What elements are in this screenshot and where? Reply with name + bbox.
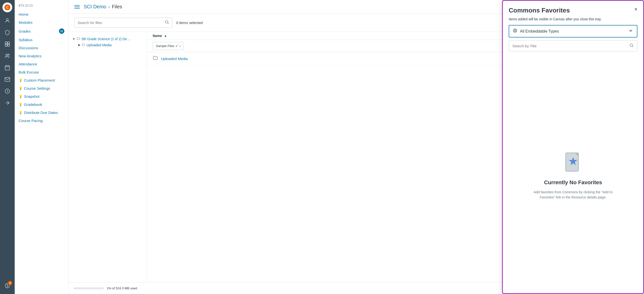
search-box[interactable]: [74, 18, 172, 28]
svg-point-17: [166, 21, 168, 23]
tree-subtree: ▶ Uploaded Media: [72, 42, 143, 48]
sidebar-item-attendance[interactable]: Attendance: [15, 60, 68, 68]
forward-arrow-icon: ›: [179, 44, 180, 48]
svg-rect-4: [8, 42, 10, 44]
sidebar-item-course-settings[interactable]: 💡 Course Settings: [15, 84, 68, 92]
globe-icon: [512, 28, 518, 34]
help-badge: 4: [8, 281, 12, 285]
sidebar-item-bulk-excuse[interactable]: Bulk Excuse: [15, 68, 68, 76]
items-selected-label: 0 items selected: [176, 21, 202, 25]
commons-search-input[interactable]: [512, 44, 629, 48]
svg-text:C: C: [6, 6, 8, 9]
commons-header: Commons Favorites ×: [503, 1, 643, 17]
sidebar-item-gradebook[interactable]: 💡 Gradebook: [15, 100, 68, 108]
storage-label: 1% of 524.3 MB used: [107, 286, 137, 290]
sort-name-label[interactable]: Name: [153, 34, 162, 38]
history-nav-item[interactable]: [2, 86, 13, 96]
shield-nav-item[interactable]: [2, 27, 13, 38]
lightbulb-icon-snapshot: 💡: [18, 95, 22, 98]
dropdown-label: All Embeddable Types: [520, 29, 628, 34]
sidebar-item-discussions[interactable]: Discussions: [15, 44, 68, 52]
storage-fill: [74, 287, 75, 289]
search-icon: [165, 20, 169, 26]
tree-arrow-uploaded: ▶: [78, 43, 80, 47]
lightbulb-icon-distribute: 💡: [18, 111, 22, 114]
svg-point-16: [7, 287, 8, 287]
svg-rect-9: [5, 66, 10, 70]
lightbulb-icon-settings: 💡: [18, 86, 22, 90]
main-content: SCI Demo › Files 0 items selected: [68, 0, 644, 294]
svg-point-8: [8, 54, 9, 55]
commons-close-button[interactable]: ×: [634, 7, 638, 12]
commons-empty-state: Currently No Favorites Add favorites fro…: [503, 57, 643, 293]
search-input[interactable]: [78, 21, 165, 25]
sidebar-item-new-analytics[interactable]: New Analytics: [15, 52, 68, 60]
course-nav-sidebar: BTS 22-23 Home Modules Grades 11 Syllabu…: [15, 0, 68, 294]
tree-arrow-5th: ▼: [72, 38, 75, 40]
empty-state-title: Currently No Favorites: [544, 179, 602, 186]
sidebar-item-course-pacing[interactable]: Course Pacing: [15, 117, 68, 125]
check-icon: ✓: [175, 44, 178, 48]
dashboard-nav-item[interactable]: [2, 39, 13, 50]
sidebar-item-modules[interactable]: Modules: [15, 18, 68, 27]
grades-badge: 11: [59, 28, 64, 34]
account-nav-item[interactable]: [2, 15, 13, 26]
calendar-nav-item[interactable]: [2, 62, 13, 73]
svg-line-18: [168, 23, 168, 24]
commons-subtitle: Items added will be visible in Canvas af…: [503, 17, 643, 25]
svg-line-24: [632, 46, 633, 47]
commons-nav-item[interactable]: [2, 97, 13, 108]
tree-item-5th-grade[interactable]: ▼ 5th Grade Science (1 of 2) De…: [72, 36, 143, 42]
sidebar-item-home[interactable]: Home: [15, 10, 68, 18]
tree-folder-icon-5th: [76, 37, 80, 41]
svg-rect-6: [8, 44, 10, 46]
folder-icon: [153, 55, 158, 62]
sidebar-item-grades[interactable]: Grades 11: [15, 27, 68, 36]
svg-point-28: [571, 159, 572, 160]
svg-point-20: [514, 29, 516, 33]
storage-progress-bar: [74, 287, 104, 289]
tree-label-5th[interactable]: 5th Grade Science (1 of 2) De…: [82, 37, 130, 41]
breadcrumb-parent[interactable]: SCI Demo: [84, 4, 106, 10]
svg-point-23: [630, 44, 633, 47]
global-nav: C: [0, 0, 15, 294]
tree-label-uploaded[interactable]: Uploaded Media: [86, 43, 112, 47]
breadcrumb-current: Files: [112, 4, 122, 10]
commons-type-dropdown[interactable]: All Embeddable Types: [509, 25, 638, 38]
action-btn-label: Sample Files: [156, 44, 174, 48]
file-item-uploaded-media[interactable]: Uploaded Media: [161, 57, 188, 61]
tree-item-uploaded-media[interactable]: ▶ Uploaded Media: [78, 42, 143, 48]
commons-favorites-panel: Commons Favorites × Items added will be …: [502, 0, 644, 294]
svg-point-2: [6, 19, 8, 21]
commons-search-box[interactable]: [509, 40, 638, 51]
lightbulb-icon-gradebook: 💡: [18, 103, 22, 106]
commons-title: Commons Favorites: [509, 7, 570, 14]
sidebar-item-snapshot[interactable]: 💡 Snapshot: [15, 92, 68, 100]
tree-folder-icon-uploaded: [82, 43, 85, 47]
inbox-nav-item[interactable]: [2, 74, 13, 85]
breadcrumb-separator: ›: [108, 4, 110, 10]
course-label: BTS 22-23: [15, 4, 68, 10]
svg-rect-5: [5, 44, 7, 46]
hamburger-menu[interactable]: [74, 5, 80, 9]
sample-files-btn[interactable]: Sample Files ✓ ›: [153, 42, 184, 50]
favorites-illustration: [562, 151, 584, 175]
sidebar-item-syllabus[interactable]: Syllabus: [15, 36, 68, 44]
people-nav-item[interactable]: [2, 51, 13, 61]
svg-rect-3: [5, 42, 7, 44]
help-nav-item[interactable]: 4: [2, 280, 13, 291]
sidebar-item-distribute-due-dates[interactable]: 💡 Distribute Due Dates: [15, 108, 68, 117]
lightbulb-icon-custom: 💡: [18, 78, 22, 82]
commons-search-icon: [629, 43, 634, 49]
sort-arrow: ▲: [164, 34, 167, 38]
breadcrumb: SCI Demo › Files: [84, 4, 122, 10]
sidebar-item-custom-placement[interactable]: 💡 Custom Placement: [15, 76, 68, 84]
svg-point-7: [6, 54, 8, 56]
canvas-logo[interactable]: C: [2, 3, 12, 12]
file-tree: ▼ 5th Grade Science (1 of 2) De… ▶: [68, 32, 147, 282]
svg-point-19: [513, 29, 517, 33]
empty-state-description: Add favorites from Commons by clicking t…: [532, 190, 615, 200]
chevron-down-icon: [628, 28, 634, 35]
